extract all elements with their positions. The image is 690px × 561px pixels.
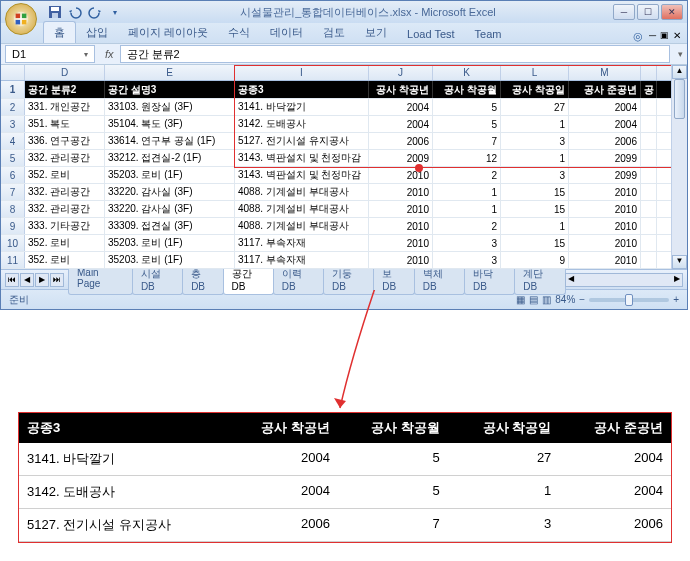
cell[interactable]: 352. 로비 [25, 167, 105, 183]
cell[interactable]: 5127. 전기시설 유지공사 [235, 133, 369, 149]
view-normal-icon[interactable]: ▦ [516, 294, 525, 305]
cell[interactable] [641, 99, 657, 115]
header-cell[interactable]: 공간 분류2 [25, 81, 105, 98]
zoom-out-icon[interactable]: − [579, 294, 585, 305]
row-header[interactable]: 9 [1, 218, 25, 234]
vertical-scrollbar[interactable]: ▲ ▼ [671, 65, 687, 269]
cell[interactable]: 1 [501, 218, 569, 234]
formula-input[interactable]: 공간 분류2 [120, 45, 670, 63]
cell[interactable]: 27 [501, 99, 569, 115]
select-all-corner[interactable] [1, 65, 25, 80]
inner-close-icon[interactable]: ✕ [673, 30, 681, 43]
hscroll-right-icon[interactable]: ▶ [672, 274, 682, 286]
view-break-icon[interactable]: ▥ [542, 294, 551, 305]
help-icon[interactable]: ◎ [631, 30, 645, 43]
col-header-J[interactable]: J [369, 65, 433, 80]
cell[interactable] [641, 184, 657, 200]
cell[interactable]: 15 [501, 235, 569, 251]
col-header-N[interactable] [641, 65, 657, 80]
sheet-tab[interactable]: 벽체DB [414, 265, 465, 295]
cell[interactable]: 2 [433, 167, 501, 183]
row-header-1[interactable]: 1 [1, 81, 25, 98]
sheet-tab[interactable]: 이력DB [273, 265, 324, 295]
cell[interactable] [641, 167, 657, 183]
cell[interactable]: 2010 [569, 218, 641, 234]
ribbon-tab-team[interactable]: Team [465, 25, 512, 43]
row-header[interactable]: 11 [1, 252, 25, 268]
zoom-level[interactable]: 84% [555, 294, 575, 305]
cell[interactable]: 332. 관리공간 [25, 184, 105, 200]
cell[interactable]: 7 [433, 133, 501, 149]
cell[interactable]: 1 [501, 150, 569, 166]
sheet-nav-prev-icon[interactable]: ◀ [20, 273, 34, 287]
cell[interactable]: 2004 [369, 116, 433, 132]
cell[interactable]: 5 [433, 116, 501, 132]
cell[interactable]: 33220. 감사실 (3F) [105, 201, 235, 217]
ribbon-tab-data[interactable]: 데이터 [260, 22, 313, 43]
scroll-up-icon[interactable]: ▲ [672, 65, 687, 79]
close-button[interactable]: ✕ [661, 4, 683, 20]
cell[interactable]: 35203. 로비 (1F) [105, 167, 235, 183]
cell[interactable]: 1 [433, 184, 501, 200]
qat-more-icon[interactable]: ▾ [107, 4, 123, 20]
cell[interactable]: 15 [501, 184, 569, 200]
col-header-M[interactable]: M [569, 65, 641, 80]
sheet-tab[interactable]: 기둥DB [323, 265, 374, 295]
sheet-nav-last-icon[interactable]: ⏭ [50, 273, 64, 287]
cell[interactable]: 352. 로비 [25, 252, 105, 268]
cell[interactable] [641, 116, 657, 132]
maximize-button[interactable]: ☐ [637, 4, 659, 20]
col-header-E[interactable]: E [105, 65, 235, 80]
cell[interactable]: 2010 [369, 167, 433, 183]
row-header[interactable]: 5 [1, 150, 25, 166]
col-header-K[interactable]: K [433, 65, 501, 80]
name-box[interactable]: D1 ▾ [5, 45, 95, 63]
header-cell[interactable]: 공간 설명3 [105, 81, 235, 98]
cell[interactable]: 2010 [369, 218, 433, 234]
sheet-tab[interactable]: 보DB [373, 265, 414, 295]
ribbon-tab-view[interactable]: 보기 [355, 22, 397, 43]
cell[interactable]: 351. 복도 [25, 116, 105, 132]
cell[interactable]: 2099 [569, 150, 641, 166]
cell[interactable]: 2009 [369, 150, 433, 166]
zoom-slider-thumb[interactable] [625, 294, 633, 306]
row-header[interactable]: 4 [1, 133, 25, 149]
cell[interactable]: 2010 [569, 252, 641, 268]
cell[interactable]: 33309. 접견실 (3F) [105, 218, 235, 234]
sheet-nav-next-icon[interactable]: ▶ [35, 273, 49, 287]
cell[interactable] [641, 133, 657, 149]
save-icon[interactable] [47, 4, 63, 20]
header-cell[interactable]: 공사 착공월 [433, 81, 501, 98]
cell[interactable]: 2010 [569, 184, 641, 200]
ribbon-tab-page-layout[interactable]: 페이지 레이아웃 [118, 22, 218, 43]
cell[interactable]: 9 [501, 252, 569, 268]
sheet-tab[interactable]: 층DB [182, 265, 223, 295]
scroll-thumb[interactable] [674, 79, 685, 119]
cell[interactable]: 33614. 연구부 공실 (1F) [105, 133, 235, 149]
inner-restore-icon[interactable]: ▣ [660, 30, 669, 43]
row-header[interactable]: 2 [1, 99, 25, 115]
row-header[interactable]: 8 [1, 201, 25, 217]
cell[interactable]: 332. 관리공간 [25, 201, 105, 217]
cell[interactable]: 2010 [369, 235, 433, 251]
minimize-button[interactable]: ─ [613, 4, 635, 20]
office-button[interactable] [5, 3, 37, 35]
name-box-dropdown-icon[interactable]: ▾ [84, 50, 88, 59]
cell[interactable]: 3143. 벽판설치 및 천정마감 [235, 150, 369, 166]
cell[interactable]: 3 [433, 235, 501, 251]
cell[interactable]: 5 [433, 99, 501, 115]
redo-icon[interactable] [87, 4, 103, 20]
cell[interactable]: 3117. 부속자재 [235, 252, 369, 268]
cell[interactable]: 33103. 원장실 (3F) [105, 99, 235, 115]
cell[interactable]: 332. 관리공간 [25, 150, 105, 166]
cell[interactable]: 2010 [369, 252, 433, 268]
ribbon-tab-home[interactable]: 홈 [43, 21, 76, 43]
fx-icon[interactable]: fx [99, 48, 120, 60]
cell[interactable]: 2010 [369, 201, 433, 217]
zoom-in-icon[interactable]: + [673, 294, 679, 305]
undo-icon[interactable] [67, 4, 83, 20]
cell[interactable]: 3141. 바닥깔기 [235, 99, 369, 115]
cell[interactable]: 2010 [369, 184, 433, 200]
cell[interactable]: 2006 [569, 133, 641, 149]
ribbon-minimize-icon[interactable]: ─ [649, 30, 656, 43]
